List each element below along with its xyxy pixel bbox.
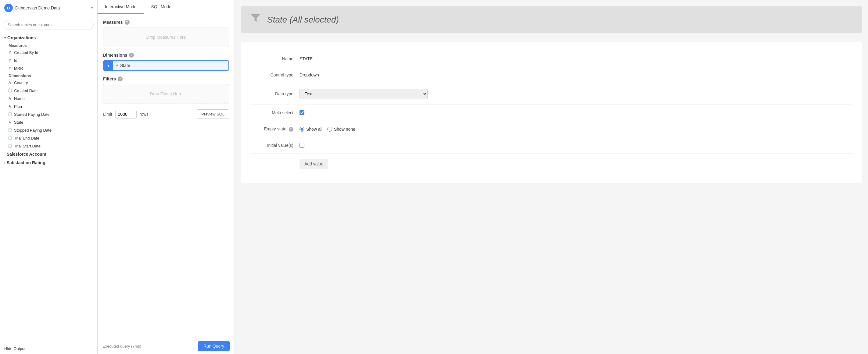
text-icon: A — [7, 120, 12, 125]
measures-label: Measures — [103, 20, 123, 25]
add-value-button[interactable]: Add value — [300, 159, 328, 169]
tab-sql-mode[interactable]: SQL Mode — [144, 0, 179, 14]
group-label: Organizations — [7, 35, 36, 40]
item-label: Id — [14, 58, 18, 63]
measures-help-icon[interactable]: ? — [125, 20, 130, 25]
group-satisfaction[interactable]: › Satisfaction Rating — [0, 158, 97, 167]
item-label: Created Date — [14, 88, 37, 93]
dimension-label: State — [120, 63, 130, 68]
clock-icon: 🕐 — [7, 143, 12, 148]
list-item[interactable]: 🕐 Started Paying Date — [0, 110, 97, 118]
group-organizations[interactable]: ▾ Organizations — [0, 34, 97, 42]
preview-sql-button[interactable]: Preview SQL — [197, 109, 229, 119]
app-logo: D — [4, 4, 13, 12]
empty-state-label: Empty state ? — [251, 127, 293, 132]
item-label: Country — [14, 80, 28, 85]
chevron-right-icon: › — [4, 161, 5, 165]
app-title: Dundersign Demo Data — [15, 5, 89, 10]
hash-icon: # — [7, 66, 12, 71]
filter-icon — [249, 12, 262, 27]
list-item[interactable]: A Country — [0, 79, 97, 86]
data-type-label: Data type — [251, 92, 293, 96]
dimension-pill-state: ▾ A State ↑ — [103, 60, 229, 71]
initial-values-checkbox[interactable] — [300, 143, 304, 148]
filters-help-icon[interactable]: ? — [118, 76, 123, 81]
chevron-down-icon[interactable]: ▾ — [91, 6, 93, 10]
rows-label: rows — [140, 112, 149, 117]
list-item[interactable]: 🕐 Trial End Date — [0, 134, 97, 142]
chevron-right-icon: › — [4, 152, 5, 156]
left-footer: Hide Output — [0, 343, 97, 354]
list-item[interactable]: # MRR — [0, 64, 97, 72]
search-box[interactable] — [4, 20, 94, 30]
subheader-measures: Measures — [0, 42, 97, 48]
list-item[interactable]: # Created By Id — [0, 48, 97, 56]
list-item[interactable]: 🕐 Created Date — [0, 86, 97, 95]
group-label: Satisfaction Rating — [7, 160, 45, 165]
form-row-name: Name STATE — [251, 51, 852, 67]
tab-interactive-mode[interactable]: Interactive Mode — [98, 0, 144, 14]
list-item[interactable]: 🕐 Stopped Paying Date — [0, 126, 97, 134]
radio-show-none-label: Show none — [334, 127, 355, 132]
text-icon: A — [7, 104, 12, 109]
text-icon: A — [116, 63, 118, 68]
filter-title: State (All selected) — [267, 15, 339, 25]
item-label: Stopped Paying Date — [14, 128, 52, 133]
radio-show-all[interactable]: Show all — [300, 127, 322, 132]
clock-icon: 🕐 — [7, 88, 12, 93]
list-item[interactable]: A State — [0, 118, 97, 126]
tree-section: ▾ Organizations Measures # Created By Id… — [0, 32, 97, 343]
item-label: Trial Start Date — [14, 144, 40, 148]
item-label: Created By Id — [14, 50, 38, 55]
hide-output-button[interactable]: Hide Output — [4, 346, 25, 351]
list-item[interactable]: 🕐 Trial Start Date — [0, 142, 97, 150]
left-panel: D Dundersign Demo Data ▾ ▾ Organizations… — [0, 0, 98, 354]
multiselect-checkbox[interactable] — [300, 110, 304, 115]
hash-icon: # — [7, 50, 12, 55]
form-row-multiselect: Multi-select — [251, 105, 852, 121]
clock-icon: 🕐 — [7, 136, 12, 140]
limit-label: Limit — [103, 112, 112, 117]
hash-icon: # — [7, 58, 12, 63]
measures-drop-zone[interactable]: Drop Measures Here — [103, 27, 229, 47]
filters-label: Filters — [103, 76, 116, 81]
list-item[interactable]: A Plan — [0, 102, 97, 110]
right-panel: State (All selected) Name STATE Control … — [235, 0, 868, 354]
name-value: STATE — [300, 56, 852, 61]
search-input[interactable] — [4, 20, 94, 30]
empty-state-help-icon[interactable]: ? — [289, 127, 293, 132]
dimension-pill-arrow[interactable]: ▾ — [104, 61, 113, 70]
executed-query-text: Executed query (7ms) — [102, 344, 141, 349]
text-icon: A — [7, 96, 12, 101]
run-query-button[interactable]: Run Query — [198, 341, 230, 351]
filters-section-label: Filters ? — [103, 76, 229, 81]
item-label: Started Paying Date — [14, 112, 50, 117]
filter-form: Name STATE Control type Dropdown Data ty… — [241, 42, 862, 183]
clock-icon: 🕐 — [7, 112, 12, 117]
list-item[interactable]: A Name — [0, 95, 97, 102]
radio-show-none[interactable]: Show none — [327, 127, 355, 132]
group-salesforce[interactable]: › Salesforce Account — [0, 150, 97, 158]
item-label: State — [14, 120, 23, 125]
list-item[interactable]: # Id — [0, 56, 97, 64]
radio-show-none-input[interactable] — [327, 127, 332, 132]
name-label: Name — [251, 56, 293, 61]
chevron-down-icon: ▾ — [4, 36, 6, 40]
radio-show-all-label: Show all — [306, 127, 322, 132]
filters-drop-zone[interactable]: Drop Filters Here — [103, 84, 229, 104]
radio-show-all-input[interactable] — [300, 127, 304, 132]
left-header[interactable]: D Dundersign Demo Data ▾ — [0, 0, 97, 16]
middle-footer: Executed query (7ms) Run Query — [98, 338, 235, 354]
limit-input[interactable] — [115, 110, 136, 118]
tabs-bar: Interactive Mode SQL Mode — [98, 0, 235, 14]
middle-panel: Interactive Mode SQL Mode Measures ? Dro… — [98, 0, 235, 354]
data-type-select[interactable]: Text Number Date — [300, 88, 428, 99]
form-row-add-value: Add value — [251, 153, 852, 174]
middle-content: Measures ? Drop Measures Here Dimensions… — [98, 14, 235, 338]
item-label: Name — [14, 96, 25, 101]
initial-values-label: Initial value(s) — [251, 143, 293, 148]
group-label: Salesforce Account — [7, 152, 46, 156]
item-label: Trial End Date — [14, 136, 39, 140]
dimensions-help-icon[interactable]: ? — [129, 53, 134, 58]
sort-icon[interactable]: ↑ — [133, 63, 135, 68]
